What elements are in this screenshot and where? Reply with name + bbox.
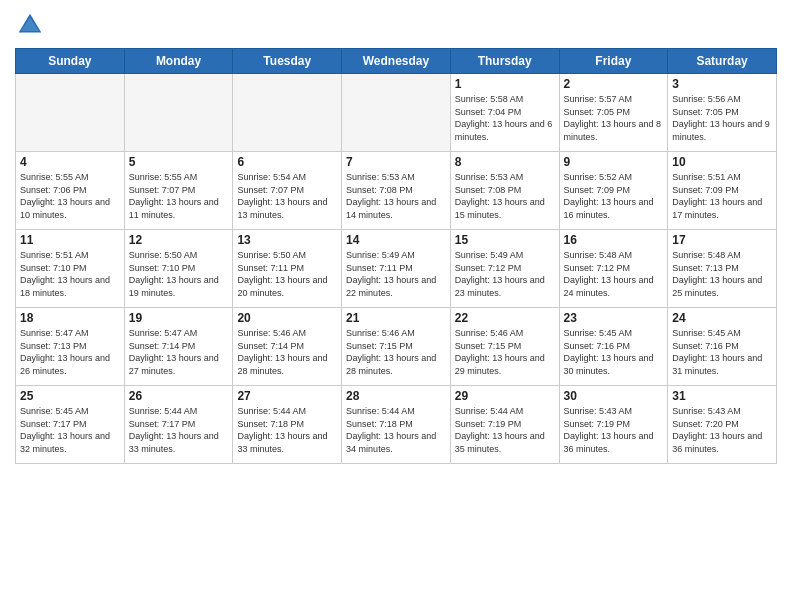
day-number: 13	[237, 233, 337, 247]
day-number: 20	[237, 311, 337, 325]
day-info: Sunrise: 5:46 AMSunset: 7:14 PMDaylight:…	[237, 327, 337, 377]
day-info: Sunrise: 5:46 AMSunset: 7:15 PMDaylight:…	[346, 327, 446, 377]
day-number: 28	[346, 389, 446, 403]
calendar-cell: 31Sunrise: 5:43 AMSunset: 7:20 PMDayligh…	[668, 386, 777, 464]
day-number: 5	[129, 155, 229, 169]
day-info: Sunrise: 5:55 AMSunset: 7:07 PMDaylight:…	[129, 171, 229, 221]
day-info: Sunrise: 5:53 AMSunset: 7:08 PMDaylight:…	[455, 171, 555, 221]
day-number: 22	[455, 311, 555, 325]
day-number: 31	[672, 389, 772, 403]
calendar-cell: 11Sunrise: 5:51 AMSunset: 7:10 PMDayligh…	[16, 230, 125, 308]
calendar-cell: 4Sunrise: 5:55 AMSunset: 7:06 PMDaylight…	[16, 152, 125, 230]
day-info: Sunrise: 5:45 AMSunset: 7:16 PMDaylight:…	[564, 327, 664, 377]
day-number: 21	[346, 311, 446, 325]
calendar-cell: 2Sunrise: 5:57 AMSunset: 7:05 PMDaylight…	[559, 74, 668, 152]
logo	[15, 10, 47, 40]
calendar-cell: 15Sunrise: 5:49 AMSunset: 7:12 PMDayligh…	[450, 230, 559, 308]
day-info: Sunrise: 5:50 AMSunset: 7:11 PMDaylight:…	[237, 249, 337, 299]
day-number: 4	[20, 155, 120, 169]
day-number: 3	[672, 77, 772, 91]
weekday-monday: Monday	[124, 49, 233, 74]
calendar-cell: 9Sunrise: 5:52 AMSunset: 7:09 PMDaylight…	[559, 152, 668, 230]
calendar-cell: 27Sunrise: 5:44 AMSunset: 7:18 PMDayligh…	[233, 386, 342, 464]
calendar-cell: 25Sunrise: 5:45 AMSunset: 7:17 PMDayligh…	[16, 386, 125, 464]
calendar-cell: 28Sunrise: 5:44 AMSunset: 7:18 PMDayligh…	[342, 386, 451, 464]
day-number: 27	[237, 389, 337, 403]
weekday-header-row: SundayMondayTuesdayWednesdayThursdayFrid…	[16, 49, 777, 74]
day-info: Sunrise: 5:44 AMSunset: 7:18 PMDaylight:…	[237, 405, 337, 455]
day-info: Sunrise: 5:51 AMSunset: 7:10 PMDaylight:…	[20, 249, 120, 299]
day-info: Sunrise: 5:44 AMSunset: 7:17 PMDaylight:…	[129, 405, 229, 455]
day-info: Sunrise: 5:43 AMSunset: 7:19 PMDaylight:…	[564, 405, 664, 455]
calendar-cell: 21Sunrise: 5:46 AMSunset: 7:15 PMDayligh…	[342, 308, 451, 386]
calendar-cell: 3Sunrise: 5:56 AMSunset: 7:05 PMDaylight…	[668, 74, 777, 152]
day-info: Sunrise: 5:46 AMSunset: 7:15 PMDaylight:…	[455, 327, 555, 377]
calendar-cell: 29Sunrise: 5:44 AMSunset: 7:19 PMDayligh…	[450, 386, 559, 464]
day-number: 7	[346, 155, 446, 169]
weekday-tuesday: Tuesday	[233, 49, 342, 74]
calendar-cell: 23Sunrise: 5:45 AMSunset: 7:16 PMDayligh…	[559, 308, 668, 386]
weekday-saturday: Saturday	[668, 49, 777, 74]
day-info: Sunrise: 5:44 AMSunset: 7:18 PMDaylight:…	[346, 405, 446, 455]
day-number: 12	[129, 233, 229, 247]
calendar-cell	[124, 74, 233, 152]
calendar-cell: 30Sunrise: 5:43 AMSunset: 7:19 PMDayligh…	[559, 386, 668, 464]
weekday-sunday: Sunday	[16, 49, 125, 74]
calendar-cell: 16Sunrise: 5:48 AMSunset: 7:12 PMDayligh…	[559, 230, 668, 308]
day-number: 18	[20, 311, 120, 325]
calendar-cell: 14Sunrise: 5:49 AMSunset: 7:11 PMDayligh…	[342, 230, 451, 308]
calendar-cell: 8Sunrise: 5:53 AMSunset: 7:08 PMDaylight…	[450, 152, 559, 230]
calendar-body: 1Sunrise: 5:58 AMSunset: 7:04 PMDaylight…	[16, 74, 777, 464]
calendar-cell: 20Sunrise: 5:46 AMSunset: 7:14 PMDayligh…	[233, 308, 342, 386]
day-info: Sunrise: 5:53 AMSunset: 7:08 PMDaylight:…	[346, 171, 446, 221]
calendar-cell	[233, 74, 342, 152]
day-info: Sunrise: 5:48 AMSunset: 7:13 PMDaylight:…	[672, 249, 772, 299]
calendar-cell: 7Sunrise: 5:53 AMSunset: 7:08 PMDaylight…	[342, 152, 451, 230]
day-info: Sunrise: 5:44 AMSunset: 7:19 PMDaylight:…	[455, 405, 555, 455]
day-number: 8	[455, 155, 555, 169]
calendar-cell: 17Sunrise: 5:48 AMSunset: 7:13 PMDayligh…	[668, 230, 777, 308]
day-number: 1	[455, 77, 555, 91]
day-number: 2	[564, 77, 664, 91]
calendar-cell: 10Sunrise: 5:51 AMSunset: 7:09 PMDayligh…	[668, 152, 777, 230]
calendar-cell: 24Sunrise: 5:45 AMSunset: 7:16 PMDayligh…	[668, 308, 777, 386]
calendar-cell	[342, 74, 451, 152]
day-info: Sunrise: 5:57 AMSunset: 7:05 PMDaylight:…	[564, 93, 664, 143]
day-info: Sunrise: 5:56 AMSunset: 7:05 PMDaylight:…	[672, 93, 772, 143]
header	[15, 10, 777, 40]
weekday-friday: Friday	[559, 49, 668, 74]
day-number: 30	[564, 389, 664, 403]
day-info: Sunrise: 5:50 AMSunset: 7:10 PMDaylight:…	[129, 249, 229, 299]
day-info: Sunrise: 5:43 AMSunset: 7:20 PMDaylight:…	[672, 405, 772, 455]
week-row-2: 11Sunrise: 5:51 AMSunset: 7:10 PMDayligh…	[16, 230, 777, 308]
calendar-cell: 1Sunrise: 5:58 AMSunset: 7:04 PMDaylight…	[450, 74, 559, 152]
calendar-cell: 26Sunrise: 5:44 AMSunset: 7:17 PMDayligh…	[124, 386, 233, 464]
day-number: 29	[455, 389, 555, 403]
day-info: Sunrise: 5:47 AMSunset: 7:13 PMDaylight:…	[20, 327, 120, 377]
day-info: Sunrise: 5:51 AMSunset: 7:09 PMDaylight:…	[672, 171, 772, 221]
weekday-thursday: Thursday	[450, 49, 559, 74]
day-info: Sunrise: 5:55 AMSunset: 7:06 PMDaylight:…	[20, 171, 120, 221]
calendar-cell: 22Sunrise: 5:46 AMSunset: 7:15 PMDayligh…	[450, 308, 559, 386]
day-info: Sunrise: 5:49 AMSunset: 7:12 PMDaylight:…	[455, 249, 555, 299]
day-info: Sunrise: 5:58 AMSunset: 7:04 PMDaylight:…	[455, 93, 555, 143]
day-number: 16	[564, 233, 664, 247]
day-info: Sunrise: 5:47 AMSunset: 7:14 PMDaylight:…	[129, 327, 229, 377]
calendar-cell: 18Sunrise: 5:47 AMSunset: 7:13 PMDayligh…	[16, 308, 125, 386]
day-number: 10	[672, 155, 772, 169]
page: SundayMondayTuesdayWednesdayThursdayFrid…	[0, 0, 792, 612]
day-number: 14	[346, 233, 446, 247]
calendar-cell: 12Sunrise: 5:50 AMSunset: 7:10 PMDayligh…	[124, 230, 233, 308]
day-info: Sunrise: 5:52 AMSunset: 7:09 PMDaylight:…	[564, 171, 664, 221]
day-info: Sunrise: 5:54 AMSunset: 7:07 PMDaylight:…	[237, 171, 337, 221]
logo-icon	[15, 10, 45, 40]
week-row-1: 4Sunrise: 5:55 AMSunset: 7:06 PMDaylight…	[16, 152, 777, 230]
day-number: 17	[672, 233, 772, 247]
calendar-cell	[16, 74, 125, 152]
calendar-table: SundayMondayTuesdayWednesdayThursdayFrid…	[15, 48, 777, 464]
week-row-3: 18Sunrise: 5:47 AMSunset: 7:13 PMDayligh…	[16, 308, 777, 386]
day-number: 26	[129, 389, 229, 403]
calendar-cell: 19Sunrise: 5:47 AMSunset: 7:14 PMDayligh…	[124, 308, 233, 386]
week-row-0: 1Sunrise: 5:58 AMSunset: 7:04 PMDaylight…	[16, 74, 777, 152]
weekday-wednesday: Wednesday	[342, 49, 451, 74]
